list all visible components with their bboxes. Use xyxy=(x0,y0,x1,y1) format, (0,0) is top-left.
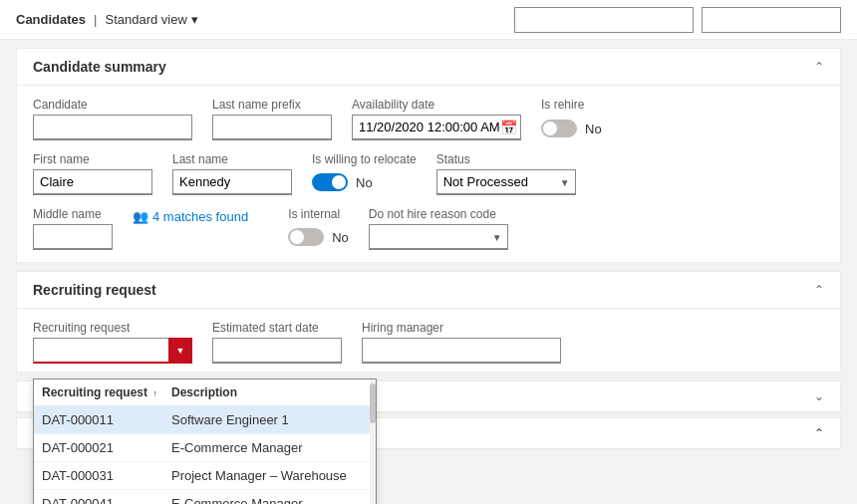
is-rehire-value: No xyxy=(585,122,602,136)
estimated-start-date-label: Estimated start date xyxy=(212,321,342,335)
candidate-field: Candidate xyxy=(33,98,192,140)
matches-found-link[interactable]: 👥 4 matches found xyxy=(133,209,248,224)
dropdown-scrollbar-thumb xyxy=(370,383,376,423)
last-name-prefix-label: Last name prefix xyxy=(212,98,332,112)
recruiting-request-section: Recruiting request ⌃ Recruiting request … xyxy=(16,271,841,373)
bottom-section-1-collapse-icon[interactable]: ⌄ xyxy=(814,389,824,403)
person-link-icon: 👥 xyxy=(133,209,148,224)
last-name-input[interactable] xyxy=(172,169,292,195)
dropdown-req-col-header: Recruiting request ↑ xyxy=(42,385,171,399)
estimated-start-date-input[interactable] xyxy=(212,338,342,364)
estimated-start-date-field: Estimated start date xyxy=(212,321,342,364)
willing-to-relocate-value: No xyxy=(356,175,373,190)
is-rehire-toggle-knob xyxy=(543,122,557,135)
candidate-summary-collapse-icon[interactable]: ⌃ xyxy=(814,60,824,74)
do-not-hire-select[interactable] xyxy=(369,224,508,250)
is-internal-value: No xyxy=(332,230,349,245)
bottom-section-2-collapse-icon[interactable]: ⌃ xyxy=(814,426,824,440)
do-not-hire-select-wrapper: ▼ xyxy=(369,224,508,250)
recruiting-request-title: Recruiting request xyxy=(33,282,156,298)
is-rehire-field: Is rehire No xyxy=(541,98,602,137)
is-internal-wrapper: No xyxy=(288,228,349,246)
last-name-label: Last name xyxy=(172,152,292,166)
middle-name-input[interactable] xyxy=(33,224,113,250)
separator: | xyxy=(94,12,97,27)
dropdown-item-desc-3: E-Commerce Manager xyxy=(171,496,368,504)
candidate-summary-title: Candidate summary xyxy=(33,59,166,75)
dropdown-item[interactable]: DAT-000031 Project Manager – Warehouse xyxy=(34,462,376,490)
form-row-2: First name Last name Is willing to reloc… xyxy=(33,152,824,195)
first-name-label: First name xyxy=(33,152,152,166)
recruiting-collapse-icon[interactable]: ⌃ xyxy=(814,283,824,297)
do-not-hire-field: Do not hire reason code ▼ xyxy=(369,207,508,250)
recruiting-request-header: Recruiting request ⌃ xyxy=(17,272,840,309)
top-filter-input[interactable] xyxy=(702,7,841,33)
dropdown-item-req-0: DAT-000011 xyxy=(42,412,171,427)
form-row-3: Middle name 👥 4 matches found Is interna… xyxy=(33,207,824,250)
dropdown-scrollbar[interactable] xyxy=(370,379,376,504)
recruiting-input-wrapper xyxy=(33,338,192,364)
recruiting-dropdown-btn[interactable] xyxy=(168,338,192,364)
status-field: Status Not Processed In Progress Hired R… xyxy=(436,152,576,195)
page-title: Candidates xyxy=(16,12,86,27)
dropdown-item-req-3: DAT-000041 xyxy=(42,496,171,504)
do-not-hire-label: Do not hire reason code xyxy=(369,207,508,221)
matches-found-text: 4 matches found xyxy=(152,209,248,224)
recruiting-request-field: Recruiting request xyxy=(33,321,192,364)
availability-date-input[interactable] xyxy=(352,115,521,140)
candidate-summary-header: Candidate summary ⌃ xyxy=(17,49,840,86)
willing-to-relocate-label: Is willing to relocate xyxy=(312,152,417,166)
is-rehire-toggle[interactable] xyxy=(541,120,577,137)
recruiting-fields-row: Recruiting request Estimated start date … xyxy=(17,309,840,372)
hiring-manager-field: Hiring manager xyxy=(362,321,561,364)
dropdown-item-desc-0: Software Engineer 1 xyxy=(171,412,368,427)
last-name-field: Last name xyxy=(172,152,292,195)
dropdown-item[interactable]: DAT-000021 E-Commerce Manager xyxy=(34,434,376,462)
hiring-manager-label: Hiring manager xyxy=(362,321,561,335)
dropdown-item[interactable]: DAT-000041 E-Commerce Manager xyxy=(34,490,376,504)
candidate-summary-body: Candidate Last name prefix Availability … xyxy=(17,86,840,262)
middle-name-label: Middle name xyxy=(33,207,113,221)
recruiting-body: Recruiting request Estimated start date … xyxy=(17,309,840,372)
willing-to-relocate-knob xyxy=(332,175,346,189)
status-label: Status xyxy=(436,152,576,166)
form-row-1: Candidate Last name prefix Availability … xyxy=(33,98,824,140)
calendar-icon[interactable]: 📅 xyxy=(500,120,517,135)
top-bar-right xyxy=(514,7,841,33)
top-search-input[interactable] xyxy=(514,7,694,33)
dropdown-item[interactable]: DAT-000011 Software Engineer 1 xyxy=(34,406,376,434)
is-internal-label: Is internal xyxy=(288,207,349,221)
availability-date-label: Availability date xyxy=(352,98,521,112)
willing-to-relocate-wrapper: No xyxy=(312,173,417,191)
hiring-manager-input[interactable] xyxy=(362,338,561,364)
chevron-down-icon: ▾ xyxy=(191,12,198,27)
last-name-prefix-field: Last name prefix xyxy=(212,98,332,140)
last-name-prefix-input[interactable] xyxy=(212,115,332,140)
candidate-summary-section: Candidate summary ⌃ Candidate Last name … xyxy=(16,48,841,263)
dropdown-header: Recruiting request ↑ Description xyxy=(34,379,376,406)
first-name-field: First name xyxy=(33,152,152,195)
availability-date-wrapper: 📅 xyxy=(352,115,521,140)
recruiting-request-label: Recruiting request xyxy=(33,321,192,335)
dropdown-item-req-1: DAT-000021 xyxy=(42,440,171,455)
is-internal-field: Is internal No xyxy=(288,207,349,246)
is-rehire-toggle-wrapper: No xyxy=(541,120,602,137)
status-select[interactable]: Not Processed In Progress Hired Rejected xyxy=(436,169,576,195)
top-bar: Candidates | Standard view ▾ xyxy=(0,0,857,40)
matches-found-field: 👥 4 matches found xyxy=(133,207,248,224)
recruiting-dropdown-list: Recruiting request ↑ Description DAT-000… xyxy=(33,378,377,504)
dropdown-item-desc-2: Project Manager – Warehouse xyxy=(171,468,368,483)
status-select-wrapper: Not Processed In Progress Hired Rejected… xyxy=(436,169,576,195)
middle-name-field: Middle name xyxy=(33,207,113,250)
availability-date-field: Availability date 📅 xyxy=(352,98,521,140)
candidate-input[interactable] xyxy=(33,115,192,140)
standard-view-button[interactable]: Standard view ▾ xyxy=(105,12,197,27)
is-internal-toggle[interactable] xyxy=(288,228,324,246)
sort-asc-icon[interactable]: ↑ xyxy=(152,388,157,398)
first-name-input[interactable] xyxy=(33,169,152,195)
is-rehire-label: Is rehire xyxy=(541,98,602,112)
dropdown-desc-col-header: Description xyxy=(171,385,368,399)
dropdown-item-req-2: DAT-000031 xyxy=(42,468,171,483)
willing-to-relocate-toggle[interactable] xyxy=(312,173,348,191)
willing-to-relocate-field: Is willing to relocate No xyxy=(312,152,417,191)
